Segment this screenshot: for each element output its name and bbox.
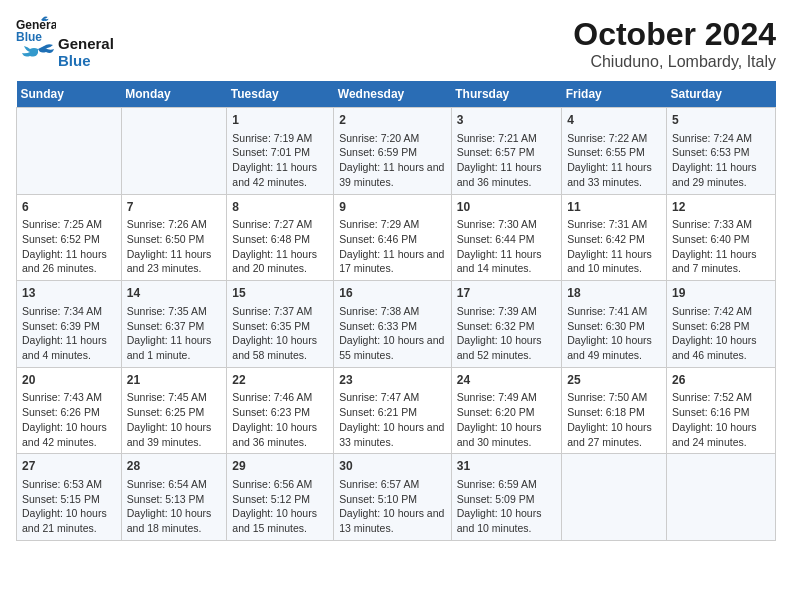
day-info: Sunrise: 7:29 AMSunset: 6:46 PMDaylight:… (339, 217, 446, 276)
calendar-cell: 17Sunrise: 7:39 AMSunset: 6:32 PMDayligh… (451, 281, 561, 368)
day-number: 11 (567, 199, 661, 216)
calendar-cell: 25Sunrise: 7:50 AMSunset: 6:18 PMDayligh… (562, 367, 667, 454)
day-info: Sunrise: 7:19 AMSunset: 7:01 PMDaylight:… (232, 131, 328, 190)
weekday-header: Sunday (17, 81, 122, 108)
day-number: 22 (232, 372, 328, 389)
day-info: Sunrise: 7:22 AMSunset: 6:55 PMDaylight:… (567, 131, 661, 190)
calendar-cell: 18Sunrise: 7:41 AMSunset: 6:30 PMDayligh… (562, 281, 667, 368)
page-header: General Blue General Blue October 2024 C… (16, 16, 776, 71)
calendar-week-row: 1Sunrise: 7:19 AMSunset: 7:01 PMDaylight… (17, 108, 776, 195)
calendar-week-row: 6Sunrise: 7:25 AMSunset: 6:52 PMDaylight… (17, 194, 776, 281)
day-info: Sunrise: 7:46 AMSunset: 6:23 PMDaylight:… (232, 390, 328, 449)
day-number: 28 (127, 458, 222, 475)
day-number: 14 (127, 285, 222, 302)
day-info: Sunrise: 7:37 AMSunset: 6:35 PMDaylight:… (232, 304, 328, 363)
day-info: Sunrise: 7:43 AMSunset: 6:26 PMDaylight:… (22, 390, 116, 449)
day-info: Sunrise: 7:49 AMSunset: 6:20 PMDaylight:… (457, 390, 556, 449)
weekday-header-row: SundayMondayTuesdayWednesdayThursdayFrid… (17, 81, 776, 108)
weekday-header: Thursday (451, 81, 561, 108)
calendar-cell: 22Sunrise: 7:46 AMSunset: 6:23 PMDayligh… (227, 367, 334, 454)
weekday-header: Wednesday (334, 81, 452, 108)
day-info: Sunrise: 7:47 AMSunset: 6:21 PMDaylight:… (339, 390, 446, 449)
day-number: 1 (232, 112, 328, 129)
day-info: Sunrise: 7:30 AMSunset: 6:44 PMDaylight:… (457, 217, 556, 276)
calendar-cell: 13Sunrise: 7:34 AMSunset: 6:39 PMDayligh… (17, 281, 122, 368)
day-info: Sunrise: 7:33 AMSunset: 6:40 PMDaylight:… (672, 217, 770, 276)
day-info: Sunrise: 6:57 AMSunset: 5:10 PMDaylight:… (339, 477, 446, 536)
bird-icon (16, 42, 54, 64)
calendar-cell: 7Sunrise: 7:26 AMSunset: 6:50 PMDaylight… (121, 194, 227, 281)
calendar-cell: 20Sunrise: 7:43 AMSunset: 6:26 PMDayligh… (17, 367, 122, 454)
calendar-cell: 23Sunrise: 7:47 AMSunset: 6:21 PMDayligh… (334, 367, 452, 454)
calendar-cell (562, 454, 667, 541)
calendar-cell (121, 108, 227, 195)
calendar-cell: 2Sunrise: 7:20 AMSunset: 6:59 PMDaylight… (334, 108, 452, 195)
page-subtitle: Chiuduno, Lombardy, Italy (573, 53, 776, 71)
day-number: 6 (22, 199, 116, 216)
calendar-cell: 26Sunrise: 7:52 AMSunset: 6:16 PMDayligh… (666, 367, 775, 454)
day-info: Sunrise: 7:38 AMSunset: 6:33 PMDaylight:… (339, 304, 446, 363)
calendar-cell: 28Sunrise: 6:54 AMSunset: 5:13 PMDayligh… (121, 454, 227, 541)
day-number: 18 (567, 285, 661, 302)
calendar-cell: 27Sunrise: 6:53 AMSunset: 5:15 PMDayligh… (17, 454, 122, 541)
weekday-header: Monday (121, 81, 227, 108)
calendar-cell: 24Sunrise: 7:49 AMSunset: 6:20 PMDayligh… (451, 367, 561, 454)
calendar-cell: 5Sunrise: 7:24 AMSunset: 6:53 PMDaylight… (666, 108, 775, 195)
day-info: Sunrise: 6:56 AMSunset: 5:12 PMDaylight:… (232, 477, 328, 536)
day-info: Sunrise: 7:39 AMSunset: 6:32 PMDaylight:… (457, 304, 556, 363)
day-number: 20 (22, 372, 116, 389)
day-number: 23 (339, 372, 446, 389)
day-number: 21 (127, 372, 222, 389)
day-info: Sunrise: 6:54 AMSunset: 5:13 PMDaylight:… (127, 477, 222, 536)
weekday-header: Tuesday (227, 81, 334, 108)
day-info: Sunrise: 7:31 AMSunset: 6:42 PMDaylight:… (567, 217, 661, 276)
day-number: 13 (22, 285, 116, 302)
day-info: Sunrise: 7:50 AMSunset: 6:18 PMDaylight:… (567, 390, 661, 449)
day-info: Sunrise: 7:35 AMSunset: 6:37 PMDaylight:… (127, 304, 222, 363)
weekday-header: Saturday (666, 81, 775, 108)
day-number: 29 (232, 458, 328, 475)
day-info: Sunrise: 7:21 AMSunset: 6:57 PMDaylight:… (457, 131, 556, 190)
calendar-cell: 29Sunrise: 6:56 AMSunset: 5:12 PMDayligh… (227, 454, 334, 541)
day-number: 19 (672, 285, 770, 302)
calendar-week-row: 20Sunrise: 7:43 AMSunset: 6:26 PMDayligh… (17, 367, 776, 454)
calendar-cell: 31Sunrise: 6:59 AMSunset: 5:09 PMDayligh… (451, 454, 561, 541)
day-info: Sunrise: 7:42 AMSunset: 6:28 PMDaylight:… (672, 304, 770, 363)
calendar-cell: 30Sunrise: 6:57 AMSunset: 5:10 PMDayligh… (334, 454, 452, 541)
day-info: Sunrise: 6:59 AMSunset: 5:09 PMDaylight:… (457, 477, 556, 536)
day-info: Sunrise: 7:41 AMSunset: 6:30 PMDaylight:… (567, 304, 661, 363)
calendar-week-row: 13Sunrise: 7:34 AMSunset: 6:39 PMDayligh… (17, 281, 776, 368)
calendar-cell: 10Sunrise: 7:30 AMSunset: 6:44 PMDayligh… (451, 194, 561, 281)
logo-general: General (58, 36, 114, 53)
day-number: 2 (339, 112, 446, 129)
day-info: Sunrise: 7:24 AMSunset: 6:53 PMDaylight:… (672, 131, 770, 190)
day-number: 9 (339, 199, 446, 216)
calendar-cell: 4Sunrise: 7:22 AMSunset: 6:55 PMDaylight… (562, 108, 667, 195)
logo-blue: Blue (58, 53, 114, 70)
day-number: 3 (457, 112, 556, 129)
day-number: 30 (339, 458, 446, 475)
calendar-cell: 15Sunrise: 7:37 AMSunset: 6:35 PMDayligh… (227, 281, 334, 368)
calendar-cell: 1Sunrise: 7:19 AMSunset: 7:01 PMDaylight… (227, 108, 334, 195)
calendar-cell: 6Sunrise: 7:25 AMSunset: 6:52 PMDaylight… (17, 194, 122, 281)
calendar-cell: 21Sunrise: 7:45 AMSunset: 6:25 PMDayligh… (121, 367, 227, 454)
calendar-cell: 19Sunrise: 7:42 AMSunset: 6:28 PMDayligh… (666, 281, 775, 368)
calendar-table: SundayMondayTuesdayWednesdayThursdayFrid… (16, 81, 776, 541)
day-number: 4 (567, 112, 661, 129)
day-number: 25 (567, 372, 661, 389)
calendar-cell (666, 454, 775, 541)
day-number: 15 (232, 285, 328, 302)
calendar-cell: 8Sunrise: 7:27 AMSunset: 6:48 PMDaylight… (227, 194, 334, 281)
day-number: 5 (672, 112, 770, 129)
day-info: Sunrise: 7:25 AMSunset: 6:52 PMDaylight:… (22, 217, 116, 276)
day-number: 12 (672, 199, 770, 216)
calendar-week-row: 27Sunrise: 6:53 AMSunset: 5:15 PMDayligh… (17, 454, 776, 541)
calendar-cell: 12Sunrise: 7:33 AMSunset: 6:40 PMDayligh… (666, 194, 775, 281)
day-info: Sunrise: 7:20 AMSunset: 6:59 PMDaylight:… (339, 131, 446, 190)
calendar-cell: 9Sunrise: 7:29 AMSunset: 6:46 PMDaylight… (334, 194, 452, 281)
day-info: Sunrise: 7:52 AMSunset: 6:16 PMDaylight:… (672, 390, 770, 449)
calendar-cell: 11Sunrise: 7:31 AMSunset: 6:42 PMDayligh… (562, 194, 667, 281)
day-info: Sunrise: 7:26 AMSunset: 6:50 PMDaylight:… (127, 217, 222, 276)
calendar-cell: 3Sunrise: 7:21 AMSunset: 6:57 PMDaylight… (451, 108, 561, 195)
day-info: Sunrise: 7:45 AMSunset: 6:25 PMDaylight:… (127, 390, 222, 449)
